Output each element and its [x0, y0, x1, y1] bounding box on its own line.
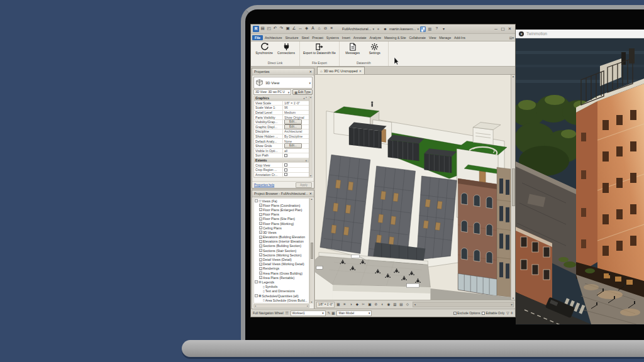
signed-in-user[interactable]: martin.kassem... [389, 27, 416, 31]
property-row-visible-in-opti[interactable]: Visible In Opti...all [254, 149, 309, 154]
tree-item-symbols[interactable]: ▯Symbols [254, 285, 309, 289]
tree-item-sections-stair-section[interactable]: +Sections (Stair Section) [254, 248, 309, 253]
model-canvas[interactable] [315, 75, 512, 300]
sun-path-icon[interactable]: ☀ [341, 302, 347, 307]
tree-expander-icon[interactable]: + [259, 236, 262, 239]
visual-style-icon[interactable]: ▦ [335, 302, 341, 307]
ribbon-tab-architecture[interactable]: Architecture [264, 35, 284, 40]
tree-expander-icon[interactable]: + [259, 253, 262, 256]
default-3d-view-icon[interactable]: ⌂ [316, 26, 322, 32]
tree-item-area-schedule-gross-build[interactable]: ▯Area Schedule (Gross Build... [254, 298, 309, 302]
ribbon-button-messages[interactable]: Messages [343, 43, 363, 55]
tree-item-area-plans-gross-building[interactable]: +Area Plans (Gross Building) [254, 271, 309, 275]
worksharing-display-icon[interactable]: ▥ [392, 302, 397, 307]
tree-item-floor-plans[interactable]: +Floor Plans [254, 212, 309, 217]
section-collapse-icon[interactable]: « ^ [303, 97, 307, 100]
scroll-right-icon[interactable]: ▸ [511, 303, 513, 306]
property-row-detail-level[interactable]: Detail LevelMedium [254, 111, 309, 116]
property-value[interactable] [283, 173, 309, 176]
property-value[interactable]: 96 [283, 106, 309, 109]
property-value[interactable]: Show Original [283, 116, 309, 119]
checkbox[interactable] [284, 168, 287, 172]
project-browser-vscrollbar[interactable]: ▲▼ [309, 198, 313, 304]
viewport-hscrollbar[interactable]: ◂ ▸ [413, 302, 514, 307]
property-row-crop-view[interactable]: Crop View [254, 163, 309, 168]
properties-help-link[interactable]: Properties help [254, 184, 274, 187]
property-row-show-hidden[interactable]: Show Hidden ...By Discipline [254, 134, 309, 140]
revit-window[interactable]: R▤◰↶↷▣∠↔◈A⌂⊘≡ FullArchitectural... ▾ ⌖☻ … [250, 24, 516, 317]
project-browser-hscrollbar[interactable]: ◂▸ [253, 304, 309, 308]
tree-item-legends[interactable]: −▤Legends [254, 280, 309, 284]
design-options-icon[interactable]: ▦ [331, 311, 335, 315]
property-value[interactable]: Architectural [283, 129, 309, 133]
temp-view-properties-icon[interactable]: ▤ [398, 302, 404, 307]
property-row-show-grids[interactable]: Show GridsEdit... [254, 144, 309, 149]
editable-only-checkbox[interactable]: Editable Only [482, 311, 504, 315]
reveal-hidden-icon[interactable]: ◉ [386, 302, 391, 307]
tree-expander-icon[interactable]: + [259, 231, 262, 234]
property-value[interactable]: By Discipline [283, 134, 309, 138]
ribbon-tab-file[interactable]: File [252, 35, 263, 40]
ribbon-button-export-to-datasmith-file[interactable]: Export to Datasmith file [303, 43, 336, 55]
ribbon-tab-systems[interactable]: Systems [325, 35, 340, 40]
tree-item-elevations-building-elevation[interactable]: +Elevations (Building Elevation [254, 235, 309, 239]
shadows-icon[interactable]: ◑ [348, 302, 353, 307]
filter-icon[interactable]: ▽ [506, 311, 509, 315]
property-row-sun-path[interactable]: Sun Path [254, 153, 309, 158]
section-collapse-icon[interactable]: « [305, 159, 307, 162]
tree-item-detail-views-detail[interactable]: +Detail Views (Detail) [254, 257, 309, 261]
edit-type-button[interactable]: ▦ Edit Type [292, 89, 313, 95]
property-value[interactable]: Edit... [283, 124, 309, 129]
ribbon-tab-steel[interactable]: Steel [300, 35, 310, 40]
properties-close-icon[interactable]: ✕ [309, 70, 312, 74]
twinmotion-render-view[interactable] [516, 38, 644, 324]
tree-item-area-plans-rentable[interactable]: +Area Plans (Rentable) [254, 275, 309, 280]
property-row-crop-region[interactable]: Crop Region ... [254, 168, 309, 173]
tree-expander-icon[interactable]: − [255, 280, 258, 283]
type-selector[interactable]: 3D View ▾ [253, 77, 313, 89]
measure-icon[interactable]: ∠ [291, 26, 297, 32]
tree-item-views-fa[interactable]: −◫Views (Fa) [254, 199, 309, 203]
tree-expander-icon[interactable]: + [259, 222, 262, 225]
rendering-dialog-icon[interactable]: ◆ [354, 302, 360, 307]
property-value[interactable] [283, 163, 309, 167]
checkbox[interactable] [284, 154, 287, 157]
view-instance-combo[interactable]: 3D View: 3D wo PC U ▾ [253, 89, 291, 95]
edit-button[interactable]: Edit... [284, 124, 302, 129]
property-row-discipline[interactable]: DisciplineArchitectural [254, 129, 309, 134]
tree-item-detail-views-working-detail[interactable]: +Detail Views (Working Detail) [254, 262, 309, 266]
view-tab-close-icon[interactable]: ✕ [359, 69, 362, 73]
property-value[interactable]: None [283, 140, 309, 143]
property-row-scale-value-1[interactable]: Scale Value 1:96 [254, 106, 309, 111]
user-icon[interactable]: ☻ [382, 27, 388, 31]
editable-icon[interactable]: ✎ [328, 311, 331, 315]
maximize-button[interactable]: ▢ [499, 26, 506, 31]
revit-logo-icon[interactable]: R [253, 26, 259, 32]
help-caret-icon[interactable]: ▾ [441, 26, 447, 32]
crop-view-icon[interactable]: ✂ [360, 302, 366, 307]
ribbon-tab-structure[interactable]: Structure [284, 35, 299, 40]
exclude-options-checkbox[interactable]: ✓ Exclude Options [453, 311, 480, 315]
tree-expander-icon[interactable]: + [259, 204, 262, 207]
property-value[interactable]: Edit... [283, 143, 309, 148]
project-browser-close-icon[interactable]: ✕ [309, 192, 312, 195]
design-option-combo[interactable]: Main Model ▾ [336, 310, 372, 316]
ribbon-button-connections[interactable]: Connections [276, 43, 296, 55]
scroll-left-icon[interactable]: ◂ [414, 303, 415, 306]
tree-expander-icon[interactable]: + [259, 272, 262, 275]
property-value[interactable]: Medium [283, 111, 309, 114]
viewport-vscrollbar[interactable]: ▲▼ [511, 75, 515, 300]
ribbon-tab-precast[interactable]: Precast [311, 35, 325, 40]
search-icon[interactable]: ⌖ [375, 27, 381, 31]
ribbon-button-settings[interactable]: Settings [365, 43, 385, 55]
checkbox[interactable] [284, 163, 287, 167]
edit-button[interactable]: Edit... [284, 143, 302, 148]
tree-item-elevations-interior-elevation[interactable]: +Elevations (Interior Elevation [254, 239, 309, 244]
properties-scrollbar[interactable]: ▲▼ [309, 96, 312, 177]
property-row-annotation-cr[interactable]: Annotation Cr... [254, 173, 309, 178]
tree-expander-icon[interactable]: + [259, 244, 262, 248]
tree-expander-icon[interactable]: + [259, 240, 262, 243]
save-icon[interactable]: ◰ [266, 26, 272, 32]
tree-item-floor-plans-working[interactable]: +Floor Plans (Working) [254, 221, 309, 226]
property-value[interactable]: all [283, 149, 309, 153]
